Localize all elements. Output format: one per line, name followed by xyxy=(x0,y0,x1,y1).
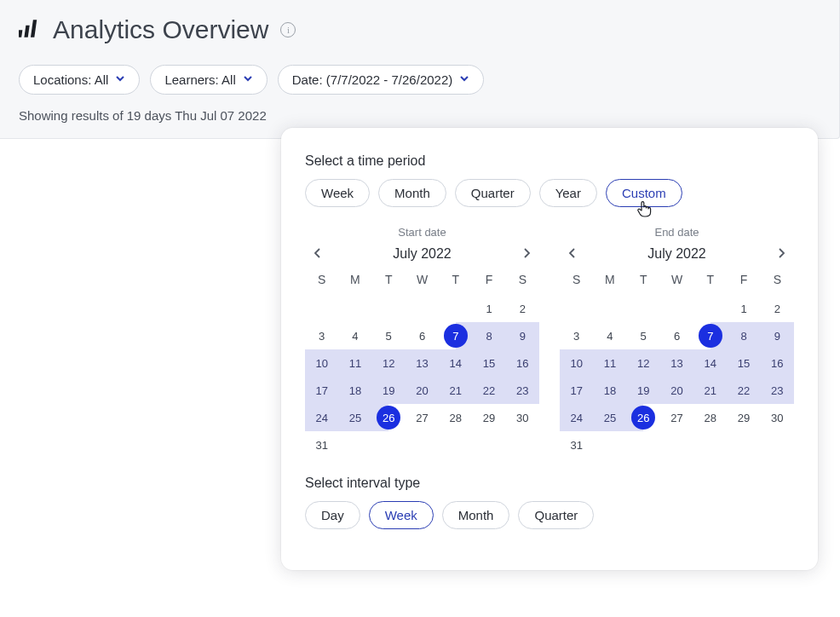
day-17[interactable]: 17 xyxy=(560,377,593,404)
dow-cell: T xyxy=(693,269,727,290)
day-25[interactable]: 25 xyxy=(338,404,371,431)
learners-filter[interactable]: Learners: All xyxy=(150,65,267,95)
day-24[interactable]: 24 xyxy=(305,404,338,431)
day-9[interactable]: 9 xyxy=(506,322,539,349)
day-25[interactable]: 25 xyxy=(593,404,626,431)
period-options: WeekMonthQuarterYearCustom xyxy=(305,179,794,207)
interval-day[interactable]: Day xyxy=(305,501,360,529)
svg-rect-1 xyxy=(24,26,29,37)
day-28[interactable]: 28 xyxy=(693,404,727,431)
day-empty xyxy=(406,295,439,322)
page-title: Analytics Overview xyxy=(53,15,268,44)
day-2[interactable]: 2 xyxy=(506,295,539,322)
day-21[interactable]: 21 xyxy=(439,377,472,404)
chevron-down-icon xyxy=(459,73,469,86)
day-11[interactable]: 11 xyxy=(338,349,371,377)
day-30[interactable]: 30 xyxy=(761,404,794,431)
day-18[interactable]: 18 xyxy=(338,377,371,404)
next-month-button[interactable] xyxy=(517,245,536,262)
day-11[interactable]: 11 xyxy=(593,349,626,377)
day-4[interactable]: 4 xyxy=(593,322,626,349)
selected-start: 7 xyxy=(699,324,722,348)
day-22[interactable]: 22 xyxy=(472,377,505,404)
period-month[interactable]: Month xyxy=(378,179,446,207)
day-4[interactable]: 4 xyxy=(338,322,371,349)
day-22[interactable]: 22 xyxy=(727,377,760,404)
day-31[interactable]: 31 xyxy=(560,431,593,458)
period-year[interactable]: Year xyxy=(539,179,597,207)
analytics-icon xyxy=(19,17,41,43)
locations-filter[interactable]: Locations: All xyxy=(19,65,140,95)
day-23[interactable]: 23 xyxy=(506,377,539,404)
day-12[interactable]: 12 xyxy=(372,349,406,377)
next-month-button[interactable] xyxy=(772,245,791,262)
start-calendar-nav: July 2022 xyxy=(305,245,539,262)
chevron-down-icon xyxy=(243,73,253,86)
date-filter-label: Date: (7/7/2022 - 7/26/2022) xyxy=(292,72,452,87)
day-30[interactable]: 30 xyxy=(506,404,539,431)
day-19[interactable]: 19 xyxy=(627,377,660,404)
day-29[interactable]: 29 xyxy=(472,404,505,431)
day-20[interactable]: 20 xyxy=(406,377,439,404)
day-16[interactable]: 16 xyxy=(506,349,539,377)
interval-quarter[interactable]: Quarter xyxy=(518,501,594,529)
day-empty xyxy=(560,295,593,322)
day-5[interactable]: 5 xyxy=(627,322,660,349)
prev-month-button[interactable] xyxy=(563,245,582,262)
day-2[interactable]: 2 xyxy=(761,295,794,322)
prev-month-button[interactable] xyxy=(308,245,327,262)
period-week[interactable]: Week xyxy=(305,179,370,207)
svg-rect-2 xyxy=(31,20,37,37)
day-10[interactable]: 10 xyxy=(560,349,593,377)
day-3[interactable]: 3 xyxy=(560,322,593,349)
interval-title: Select interval type xyxy=(305,476,794,491)
start-dow-row: SMTWTFS xyxy=(305,269,539,290)
day-18[interactable]: 18 xyxy=(593,377,626,404)
day-6[interactable]: 6 xyxy=(406,322,439,349)
day-5[interactable]: 5 xyxy=(372,322,406,349)
day-15[interactable]: 15 xyxy=(727,349,760,377)
day-29[interactable]: 29 xyxy=(727,404,760,431)
day-12[interactable]: 12 xyxy=(627,349,660,377)
day-15[interactable]: 15 xyxy=(472,349,505,377)
day-23[interactable]: 23 xyxy=(761,377,794,404)
day-13[interactable]: 13 xyxy=(406,349,439,377)
day-21[interactable]: 21 xyxy=(693,377,727,404)
day-1[interactable]: 1 xyxy=(472,295,505,322)
day-27[interactable]: 27 xyxy=(660,404,693,431)
day-26[interactable]: 26 xyxy=(372,404,406,431)
interval-month[interactable]: Month xyxy=(442,501,510,529)
interval-week[interactable]: Week xyxy=(369,501,434,529)
day-17[interactable]: 17 xyxy=(305,377,338,404)
day-9[interactable]: 9 xyxy=(761,322,794,349)
end-day-grid: 1234567891011121314151617181920212223242… xyxy=(560,295,794,458)
day-7[interactable]: 7 xyxy=(693,322,727,349)
day-28[interactable]: 28 xyxy=(439,404,472,431)
day-7[interactable]: 7 xyxy=(439,322,472,349)
locations-filter-label: Locations: All xyxy=(33,72,108,87)
day-14[interactable]: 14 xyxy=(439,349,472,377)
day-24[interactable]: 24 xyxy=(560,404,593,431)
period-quarter[interactable]: Quarter xyxy=(455,179,531,207)
period-custom[interactable]: Custom xyxy=(606,179,682,207)
day-20[interactable]: 20 xyxy=(660,377,693,404)
day-13[interactable]: 13 xyxy=(660,349,693,377)
day-10[interactable]: 10 xyxy=(305,349,338,377)
date-filter[interactable]: Date: (7/7/2022 - 7/26/2022) xyxy=(278,65,484,95)
day-1[interactable]: 1 xyxy=(727,295,760,322)
selected-end: 26 xyxy=(631,406,655,430)
dow-cell: M xyxy=(338,269,371,290)
day-16[interactable]: 16 xyxy=(761,349,794,377)
day-8[interactable]: 8 xyxy=(727,322,760,349)
day-6[interactable]: 6 xyxy=(660,322,693,349)
day-27[interactable]: 27 xyxy=(406,404,439,431)
day-8[interactable]: 8 xyxy=(472,322,505,349)
day-26[interactable]: 26 xyxy=(627,404,660,431)
day-3[interactable]: 3 xyxy=(305,322,338,349)
day-empty xyxy=(305,295,338,322)
day-31[interactable]: 31 xyxy=(305,431,338,458)
filter-row: Locations: All Learners: All Date: (7/7/… xyxy=(19,65,820,95)
day-19[interactable]: 19 xyxy=(372,377,406,404)
day-14[interactable]: 14 xyxy=(693,349,727,377)
info-icon[interactable]: i xyxy=(280,22,296,37)
